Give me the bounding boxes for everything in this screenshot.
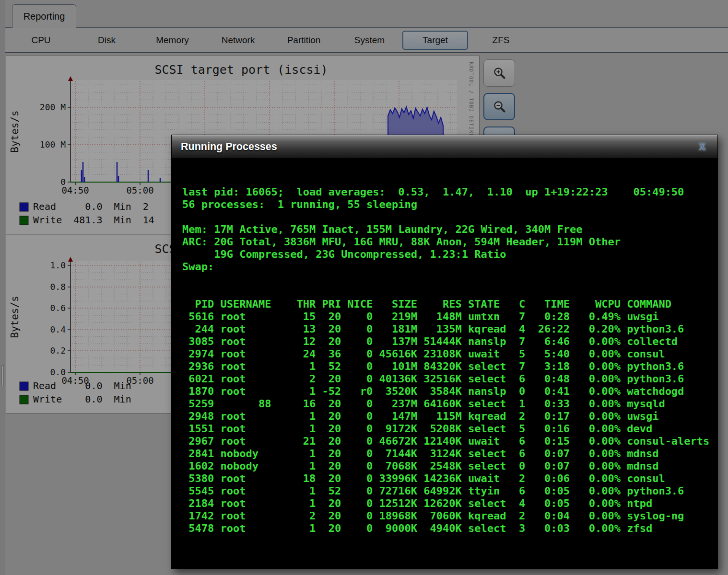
top-output-text: last pid: 16065; load averages: 0.53, 1.… bbox=[172, 159, 717, 535]
dialog-title: Running Processes bbox=[181, 141, 277, 153]
dialog-titlebar[interactable]: Running Processes X bbox=[172, 135, 717, 159]
running-processes-dialog: Running Processes X last pid: 16065; loa… bbox=[171, 135, 718, 569]
close-icon[interactable]: X bbox=[699, 141, 706, 153]
terminal-output: last pid: 16065; load averages: 0.53, 1.… bbox=[172, 159, 717, 569]
